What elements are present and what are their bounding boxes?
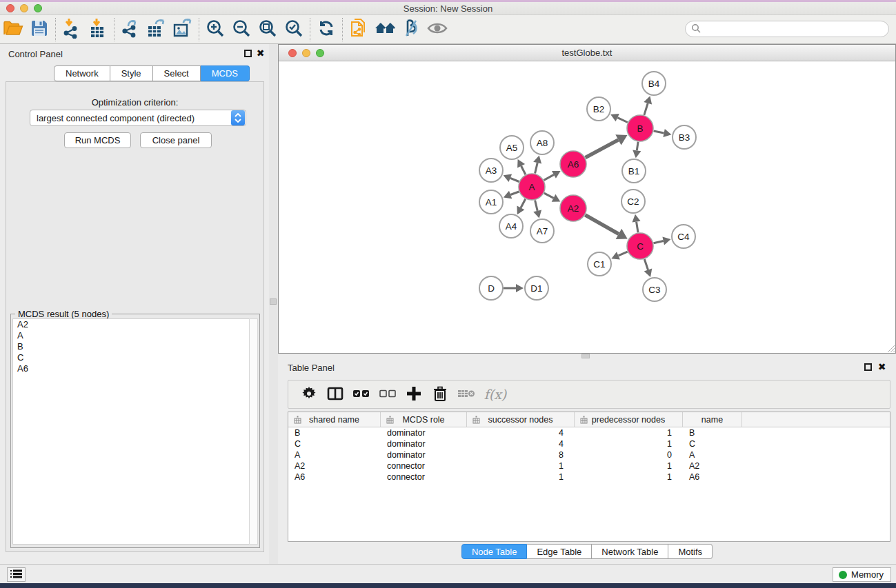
close-table-panel-button[interactable]: ✖ [877, 363, 886, 372]
table-cell[interactable]: C [683, 438, 742, 449]
tab-style[interactable]: Style [110, 65, 153, 81]
table-cell[interactable]: 0 [575, 449, 683, 460]
table-cell[interactable]: B [288, 427, 381, 438]
column-header-predecessor-nodes[interactable]: predecessor nodes [575, 412, 683, 427]
result-list-item[interactable]: A6 [13, 363, 249, 374]
panel-splitter-vertical[interactable] [269, 44, 278, 564]
table-cell[interactable]: connector [381, 472, 467, 483]
zoom-in-button[interactable] [202, 17, 228, 42]
table-row[interactable]: Cdominator41C [288, 438, 890, 449]
table-cell[interactable]: 4 [467, 438, 575, 449]
tab-node-table[interactable]: Node Table [461, 544, 528, 559]
table-cell[interactable]: A [288, 449, 381, 460]
toolbar-search[interactable] [685, 21, 889, 37]
table-cell[interactable]: 4 [467, 427, 575, 438]
memory-button[interactable]: Memory [833, 567, 891, 582]
panel-splitter-horizontal-grip[interactable] [581, 354, 590, 358]
tab-network[interactable]: Network [54, 65, 110, 81]
column-header-MCDS-role[interactable]: MCDS role [381, 412, 467, 427]
table-cell[interactable]: C [288, 438, 381, 449]
column-header-shared-name[interactable]: shared name [288, 412, 381, 427]
table-cell[interactable]: 1 [467, 472, 575, 483]
graph-edge-C-C4[interactable] [654, 241, 664, 243]
window-resize-grip[interactable] [886, 343, 895, 352]
zoom-selected-button[interactable] [281, 17, 307, 42]
table-settings-button[interactable] [297, 382, 321, 407]
table-row[interactable]: Adominator80A [288, 449, 890, 460]
column-header-successor-nodes[interactable]: successor nodes [467, 412, 575, 427]
search-input[interactable] [704, 23, 888, 35]
node-table[interactable]: shared nameMCDS rolesuccessor nodesprede… [288, 412, 890, 542]
tab-edge-table[interactable]: Edge Table [527, 544, 592, 559]
table-row[interactable]: Bdominator41B [288, 427, 890, 438]
result-list-item[interactable]: A2 [13, 319, 249, 330]
import-table-button[interactable] [85, 17, 111, 42]
criterion-dropdown[interactable]: largest connected component (directed) [30, 110, 246, 126]
table-cell[interactable]: 8 [467, 449, 575, 460]
table-cell[interactable]: A2 [683, 460, 742, 472]
unselect-all-columns-button[interactable] [375, 382, 400, 407]
table-row[interactable]: A2connector11A2 [288, 460, 890, 472]
mcds-result-list[interactable]: A2ABCA6 [12, 318, 250, 545]
float-table-panel-button[interactable] [864, 363, 873, 372]
open-session-button[interactable] [0, 17, 26, 42]
result-list-item[interactable]: B [13, 341, 249, 352]
result-list-item[interactable]: C [13, 352, 249, 363]
save-session-button[interactable] [26, 17, 52, 42]
table-cell[interactable]: 1 [575, 460, 683, 472]
graph-edge-B-B3[interactable] [654, 131, 664, 133]
refresh-button[interactable] [313, 17, 339, 42]
graph-edge-A-A3[interactable] [510, 178, 519, 181]
birds-eye-view-button[interactable] [424, 17, 450, 42]
close-panel-icon-button[interactable]: ✖ [256, 49, 265, 58]
table-cell[interactable]: A6 [288, 472, 381, 483]
tab-motifs[interactable]: Motifs [668, 544, 713, 559]
table-row[interactable]: A6connector11A6 [288, 472, 890, 483]
zoom-out-button[interactable] [228, 17, 255, 42]
run-mcds-button[interactable]: Run MCDS [64, 132, 131, 148]
graph-edge-B-B4[interactable] [644, 103, 648, 115]
show-column-button[interactable] [323, 382, 348, 407]
graph-edge-A-A6[interactable] [544, 174, 555, 180]
tab-mcds[interactable]: MCDS [201, 65, 250, 81]
graph-edge-A2-C[interactable] [585, 215, 619, 234]
select-all-columns-button[interactable] [349, 382, 374, 407]
column-header-name[interactable]: name [683, 412, 742, 427]
graph-edge-A-A4[interactable] [521, 199, 526, 208]
graph-edge-A-A8[interactable] [535, 163, 538, 173]
export-table-button[interactable] [143, 17, 170, 42]
table-cell[interactable]: 1 [467, 460, 575, 472]
export-image-button[interactable] [170, 17, 196, 42]
close-panel-button[interactable]: Close panel [140, 132, 212, 148]
table-cell[interactable]: dominator [381, 438, 467, 449]
graph-edge-C-C2[interactable] [637, 222, 638, 233]
graph-edge-A-A5[interactable] [521, 166, 526, 175]
tab-network-table[interactable]: Network Table [592, 544, 668, 559]
table-cell[interactable]: B [683, 427, 742, 438]
table-cell[interactable]: connector [381, 460, 467, 472]
table-cell[interactable]: A [683, 449, 742, 460]
table-cell[interactable]: 1 [575, 438, 683, 449]
zoom-fit-button[interactable] [255, 17, 281, 42]
delete-column-button[interactable] [428, 382, 452, 407]
new-network-from-selection-button[interactable] [346, 17, 372, 42]
graph-edge-B-B2[interactable] [617, 118, 628, 123]
table-cell[interactable]: 1 [575, 427, 683, 438]
network-canvas-svg[interactable]: AA1A2A3A4A5A6A7A8BB1B2B3B4CC1C2C3C4DD1 [279, 61, 895, 353]
table-cell[interactable]: dominator [381, 449, 467, 460]
graph-edge-C-C1[interactable] [619, 252, 628, 256]
graph-edge-A-A7[interactable] [535, 201, 538, 211]
graphics-details-button[interactable] [398, 17, 424, 42]
graph-edge-A6-B[interactable] [586, 140, 619, 158]
first-neighbors-button[interactable] [372, 17, 398, 42]
float-panel-button[interactable] [243, 49, 252, 58]
table-cell[interactable]: A6 [683, 472, 742, 483]
table-cell[interactable]: 1 [575, 472, 683, 483]
export-network-button[interactable] [117, 17, 143, 42]
splitter-grip[interactable] [270, 298, 277, 305]
graph-edge-A-A2[interactable] [544, 193, 554, 198]
result-list-scrollbar[interactable] [249, 318, 258, 545]
graph-edge-A-A1[interactable] [510, 192, 519, 195]
table-cell[interactable]: dominator [381, 427, 467, 438]
import-network-button[interactable] [59, 17, 85, 42]
